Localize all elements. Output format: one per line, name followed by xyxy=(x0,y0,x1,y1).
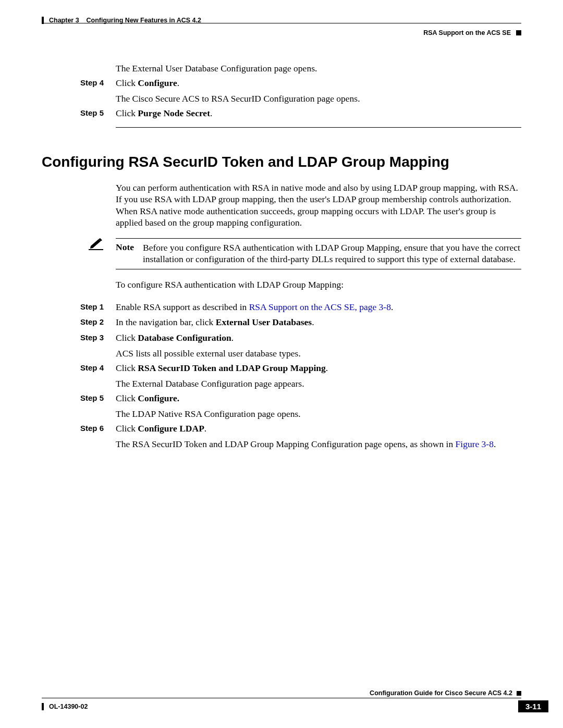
step-row: Step 3 Click Database Configuration. xyxy=(42,332,521,344)
cross-ref-link[interactable]: Figure 3-8 xyxy=(456,439,494,449)
bold-term: Database Configuration xyxy=(138,332,231,343)
section-right-label: RSA Support on the ACS SE xyxy=(423,29,511,36)
text: . xyxy=(231,332,234,343)
text: . xyxy=(391,302,393,312)
note-pencil-icon xyxy=(89,238,103,250)
text: . xyxy=(326,363,328,373)
step-label: Step 2 xyxy=(80,316,116,329)
note-rule xyxy=(116,238,521,239)
text: . xyxy=(177,78,179,88)
header-square-icon xyxy=(516,30,521,35)
step-body: Click Configure. xyxy=(116,392,521,405)
header-rule xyxy=(42,23,521,23)
text: Click xyxy=(116,108,138,118)
header-right: RSA Support on the ACS SE xyxy=(42,29,521,36)
step-body: Click Database Configuration. xyxy=(116,332,521,344)
step-result: The Cisco Secure ACS to RSA SecurID Conf… xyxy=(116,93,521,104)
step-result: The External Database Configuration page… xyxy=(116,378,521,389)
doc-id: OL-14390-02 xyxy=(49,703,88,710)
footer-bottom: OL-14390-02 3-11 xyxy=(42,700,548,712)
note-label: Note xyxy=(116,242,143,265)
footer-left: OL-14390-02 xyxy=(42,703,88,710)
text: . xyxy=(210,108,212,118)
step-row: Step 2 In the navigation bar, click Exte… xyxy=(42,316,521,329)
step-label: Step 3 xyxy=(80,332,116,344)
step-label: Step 4 xyxy=(80,77,116,90)
step-row: Step 4 Click RSA SecurID Token and LDAP … xyxy=(42,362,521,375)
bold-term: RSA SecurID Token and LDAP Group Mapping xyxy=(138,363,326,373)
step-label: Step 1 xyxy=(80,301,116,314)
bold-term: Configure. xyxy=(138,393,179,403)
step-body: Enable RSA support as described in RSA S… xyxy=(116,301,521,314)
bold-term: Purge Node Secret xyxy=(138,108,210,118)
guide-title: Configuration Guide for Cisco Secure ACS… xyxy=(370,689,512,697)
step-result: The RSA SecurID Token and LDAP Group Map… xyxy=(116,438,521,450)
step-row: Step 1 Enable RSA support as described i… xyxy=(42,301,521,314)
footer-bar-icon xyxy=(42,703,44,710)
text: . xyxy=(312,317,314,327)
step-row: Step 5 Click Configure. xyxy=(42,392,521,405)
intro-paragraph: You can perform authentication with RSA … xyxy=(116,182,521,229)
bold-term: External User Databases xyxy=(216,317,312,327)
section-rule xyxy=(116,127,521,128)
cross-ref-link[interactable]: RSA Support on the ACS SE, page 3-8 xyxy=(249,302,391,312)
step-body: Click Purge Node Secret. xyxy=(116,107,521,120)
pre-step-text: The External User Database Configuration… xyxy=(116,63,521,74)
step-body: In the navigation bar, click External Us… xyxy=(116,316,521,329)
page-content: The External User Database Configuration… xyxy=(42,63,521,453)
text: . xyxy=(204,423,206,434)
text: Enable RSA support as described in xyxy=(116,302,249,312)
bold-term: Configure xyxy=(138,78,177,88)
text: Click xyxy=(116,423,138,434)
step-result: The LDAP Native RSA Configuration page o… xyxy=(116,408,521,419)
note-row: Note Before you configure RSA authentica… xyxy=(116,242,521,265)
bold-term: Configure LDAP xyxy=(138,423,204,434)
note-block: Note Before you configure RSA authentica… xyxy=(89,238,521,270)
footer-title-row: Configuration Guide for Cisco Secure ACS… xyxy=(42,689,548,697)
step-body: Click Configure LDAP. xyxy=(116,423,521,435)
step-row: Step 6 Click Configure LDAP. xyxy=(42,423,521,435)
text: . xyxy=(494,439,496,449)
footer-square-icon xyxy=(517,691,521,696)
text: In the navigation bar, click xyxy=(116,317,216,327)
text: Click xyxy=(116,78,138,88)
note-body: Before you configure RSA authentication … xyxy=(143,242,521,265)
text: The RSA SecurID Token and LDAP Group Map… xyxy=(116,439,456,449)
note-rule xyxy=(116,269,521,269)
config-intro: To configure RSA authentication with LDA… xyxy=(116,279,521,290)
step-row: Step 4 Click Configure. xyxy=(42,77,521,90)
note-content: Note Before you configure RSA authentica… xyxy=(116,238,521,270)
section-heading: Configuring RSA SecurID Token and LDAP G… xyxy=(42,154,521,170)
step-label: Step 5 xyxy=(80,107,116,120)
page-footer: Configuration Guide for Cisco Secure ACS… xyxy=(42,689,548,712)
page-number: 3-11 xyxy=(518,700,548,712)
step-label: Step 6 xyxy=(80,423,116,435)
step-label: Step 5 xyxy=(80,392,116,405)
svg-marker-0 xyxy=(90,239,101,249)
step-body: Click RSA SecurID Token and LDAP Group M… xyxy=(116,362,521,375)
step-body: Click Configure. xyxy=(116,77,521,90)
note-icon-underline xyxy=(89,249,103,250)
text: Click xyxy=(116,363,138,373)
step-label: Step 4 xyxy=(80,362,116,375)
text: Click xyxy=(116,332,138,343)
step-result: ACS lists all possible external user dat… xyxy=(116,348,521,359)
footer-rule xyxy=(42,698,521,698)
text: Click xyxy=(116,393,138,403)
step-row: Step 5 Click Purge Node Secret. xyxy=(42,107,521,120)
